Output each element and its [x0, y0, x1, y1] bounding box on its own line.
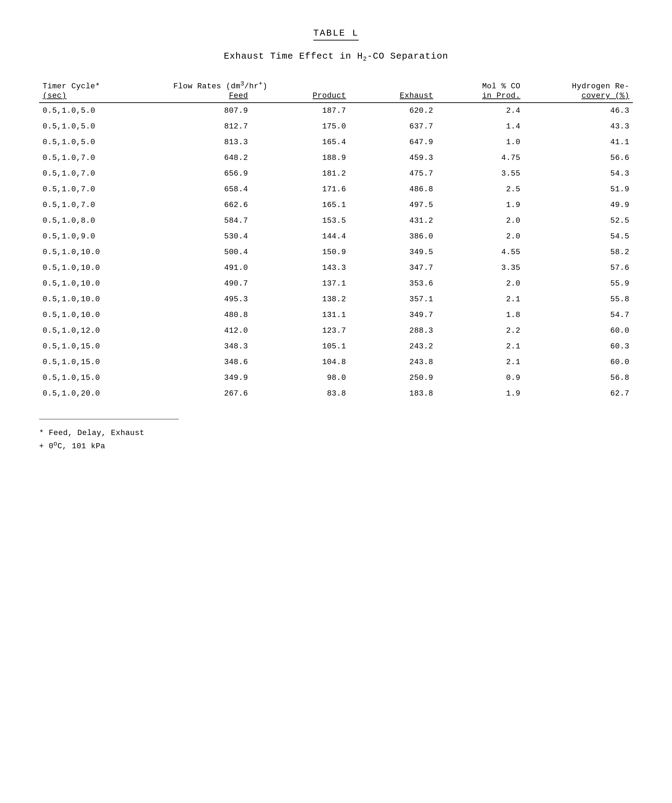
cell-product: 98.0 [252, 370, 350, 386]
cell-timer: 0.5,1.0,5.0 [39, 119, 170, 135]
cell-product: 187.7 [252, 102, 350, 119]
header-product: Product [252, 91, 350, 102]
table-title: TABLE L [313, 28, 359, 41]
cell-timer: 0.5,1.0,5.0 [39, 135, 170, 150]
cell-exhaust: 250.9 [350, 370, 437, 386]
cell-h-recovery: 41.1 [524, 135, 633, 150]
cell-mol-co: 2.4 [437, 102, 524, 119]
cell-exhaust: 288.3 [350, 323, 437, 339]
cell-product: 188.9 [252, 150, 350, 166]
table-row: 0.5,1.0,20.0267.683.8183.81.962.7 [39, 386, 633, 402]
cell-product: 165.1 [252, 197, 350, 213]
cell-h-recovery: 46.3 [524, 102, 633, 119]
cell-feed: 662.6 [170, 197, 252, 213]
cell-mol-co: 3.55 [437, 166, 524, 182]
cell-mol-co: 1.9 [437, 386, 524, 402]
cell-mol-co: 3.35 [437, 260, 524, 276]
cell-feed: 658.4 [170, 182, 252, 197]
cell-timer: 0.5,1.0,7.0 [39, 150, 170, 166]
table-row: 0.5,1.0,8.0584.7153.5431.22.052.5 [39, 213, 633, 229]
cell-exhaust: 183.8 [350, 386, 437, 402]
footnote-degree: o [54, 440, 57, 447]
subtitle-text-before: Exhaust Time Effect in H [224, 51, 363, 62]
cell-feed: 490.7 [170, 276, 252, 291]
table-row: 0.5,1.0,7.0656.9181.2475.73.5554.3 [39, 166, 633, 182]
table-row: 0.5,1.0,7.0658.4171.6486.82.551.9 [39, 182, 633, 197]
table-header-row-1: Timer Cycle* Flow Rates (dm3/hr+) Mol % … [39, 80, 633, 91]
table-subtitle: Exhaust Time Effect in H2-CO Separation [39, 51, 633, 62]
table-row: 0.5,1.0,10.0490.7137.1353.62.055.9 [39, 276, 633, 291]
table-header-row-2: (sec) Feed Product Exhaust in Prod. cove… [39, 91, 633, 102]
table-row: 0.5,1.0,10.0480.8131.1349.71.854.7 [39, 307, 633, 323]
cell-feed: 495.3 [170, 291, 252, 307]
cell-mol-co: 1.4 [437, 119, 524, 135]
cell-exhaust: 347.7 [350, 260, 437, 276]
cell-product: 83.8 [252, 386, 350, 402]
cell-h-recovery: 60.3 [524, 339, 633, 354]
header-h-recovery-2: covery (%) [524, 91, 633, 102]
cell-exhaust: 349.7 [350, 307, 437, 323]
subtitle-text-after: -CO Separation [367, 51, 448, 62]
cell-feed: 807.9 [170, 102, 252, 119]
cell-h-recovery: 49.9 [524, 197, 633, 213]
footnotes: * Feed, Delay, Exhaust + 0oC, 101 kPa [39, 419, 633, 451]
cell-feed: 480.8 [170, 307, 252, 323]
cell-timer: 0.5,1.0,10.0 [39, 307, 170, 323]
cell-product: 175.0 [252, 119, 350, 135]
cell-timer: 0.5,1.0,15.0 [39, 370, 170, 386]
cell-mol-co: 1.9 [437, 197, 524, 213]
cell-h-recovery: 54.5 [524, 229, 633, 244]
header-in-prod: in Prod. [437, 91, 524, 102]
cell-timer: 0.5,1.0,9.0 [39, 229, 170, 244]
page-container: TABLE L Exhaust Time Effect in H2-CO Sep… [39, 28, 633, 451]
cell-exhaust: 497.5 [350, 197, 437, 213]
table-row: 0.5,1.0,10.0491.0143.3347.73.3557.6 [39, 260, 633, 276]
cell-h-recovery: 43.3 [524, 119, 633, 135]
superscript-plus: + [259, 80, 263, 87]
cell-timer: 0.5,1.0,10.0 [39, 291, 170, 307]
cell-mol-co: 2.1 [437, 291, 524, 307]
cell-exhaust: 637.7 [350, 119, 437, 135]
cell-timer: 0.5,1.0,15.0 [39, 339, 170, 354]
cell-product: 181.2 [252, 166, 350, 182]
table-row: 0.5,1.0,5.0807.9187.7620.22.446.3 [39, 102, 633, 119]
title-container: TABLE L [39, 28, 633, 41]
cell-exhaust: 475.7 [350, 166, 437, 182]
cell-feed: 584.7 [170, 213, 252, 229]
superscript-3: 3 [240, 80, 244, 87]
cell-timer: 0.5,1.0,8.0 [39, 213, 170, 229]
cell-mol-co: 2.0 [437, 229, 524, 244]
footnote-2: + 0oC, 101 kPa [39, 440, 633, 451]
cell-mol-co: 2.2 [437, 323, 524, 339]
cell-mol-co: 1.8 [437, 307, 524, 323]
cell-product: 144.4 [252, 229, 350, 244]
cell-exhaust: 647.9 [350, 135, 437, 150]
cell-feed: 812.7 [170, 119, 252, 135]
cell-mol-co: 4.75 [437, 150, 524, 166]
cell-mol-co: 2.5 [437, 182, 524, 197]
cell-h-recovery: 55.8 [524, 291, 633, 307]
cell-feed: 530.4 [170, 229, 252, 244]
cell-mol-co: 2.1 [437, 339, 524, 354]
cell-feed: 648.2 [170, 150, 252, 166]
cell-timer: 0.5,1.0,7.0 [39, 197, 170, 213]
cell-product: 123.7 [252, 323, 350, 339]
cell-feed: 267.6 [170, 386, 252, 402]
cell-exhaust: 243.8 [350, 354, 437, 370]
cell-feed: 349.9 [170, 370, 252, 386]
cell-feed: 412.0 [170, 323, 252, 339]
subtitle-subscript: 2 [363, 55, 367, 62]
cell-product: 153.5 [252, 213, 350, 229]
cell-timer: 0.5,1.0,7.0 [39, 166, 170, 182]
cell-h-recovery: 58.2 [524, 244, 633, 260]
cell-feed: 491.0 [170, 260, 252, 276]
cell-h-recovery: 54.7 [524, 307, 633, 323]
cell-feed: 348.6 [170, 354, 252, 370]
cell-product: 171.6 [252, 182, 350, 197]
footnote-1: * Feed, Delay, Exhaust [39, 429, 633, 437]
cell-h-recovery: 57.6 [524, 260, 633, 276]
cell-h-recovery: 52.5 [524, 213, 633, 229]
table-row: 0.5,1.0,7.0662.6165.1497.51.949.9 [39, 197, 633, 213]
cell-exhaust: 431.2 [350, 213, 437, 229]
cell-timer: 0.5,1.0,5.0 [39, 102, 170, 119]
